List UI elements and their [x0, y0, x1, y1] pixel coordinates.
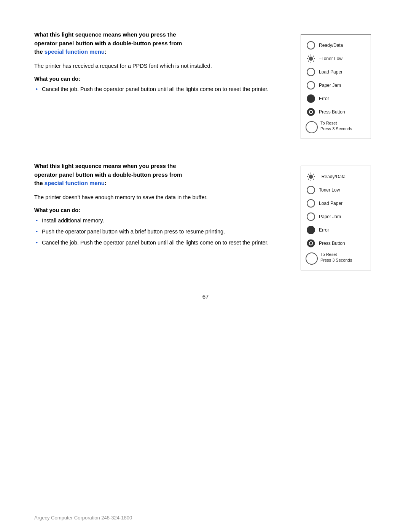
circle-empty-icon	[307, 41, 315, 50]
circle-empty-icon-load	[307, 199, 315, 208]
heading-line3-prefix: the	[34, 48, 45, 55]
reset-circle-icon-2	[306, 252, 318, 265]
large-circle-icon	[306, 121, 318, 133]
error-label-1: Error	[319, 96, 329, 101]
section-2-description: The printer doesn't have enough memory t…	[34, 193, 289, 202]
footer: Argecy Computer Corporation 248-324-1800	[34, 515, 132, 521]
svg-line-6	[313, 61, 314, 62]
section-2-bullets: Install additional memory. Push the oper…	[34, 216, 289, 248]
svg-line-20	[308, 179, 309, 180]
diagram-col-1: Ready/Data	[301, 30, 377, 139]
reset-line1: To Reset	[320, 121, 337, 125]
heading-line2: operator panel button with a double-butt…	[34, 40, 182, 46]
toner-low-icon-1	[306, 53, 316, 64]
press-button-icon-1	[306, 107, 316, 117]
load-paper-label-1: Load Paper	[319, 69, 342, 75]
svg-line-17	[308, 174, 309, 175]
ready-data-blink-icon-2	[306, 171, 316, 182]
indicator-paper-jam-2: Paper Jam	[306, 211, 366, 222]
paper-jam-icon-2	[306, 211, 316, 222]
filled-ring-icon-1	[306, 107, 315, 117]
circle-filled-icon	[307, 94, 315, 103]
reset-row-1: To Reset Press 3 Seconds	[306, 120, 366, 133]
diagram-box-2: –Ready/Data Toner Low Load Paper	[301, 166, 371, 270]
indicator-error-2: Error	[306, 225, 366, 235]
heading2-line3-suffix: :	[105, 180, 107, 186]
bullet-item-2-1: Push the operator panel button with a br…	[34, 227, 289, 236]
section-1-bullets: Cancel the job. Push the operator panel …	[34, 85, 289, 94]
circle-empty-icon-jam	[307, 212, 315, 221]
indicator-ready-data-1: Ready/Data	[306, 40, 366, 51]
ready-data-icon-1	[306, 40, 316, 51]
sun-blink-icon	[306, 54, 316, 64]
svg-line-19	[313, 174, 314, 175]
ready-data-label-1: Ready/Data	[319, 43, 343, 48]
heading-link-2[interactable]: special function menu	[45, 180, 105, 186]
page-content: What this light sequence means when you …	[0, 0, 411, 330]
load-paper-label-2: Load Paper	[319, 201, 342, 206]
svg-point-0	[309, 57, 313, 61]
circle-filled-icon-2	[307, 226, 315, 234]
indicator-press-button-2: Press Button	[306, 238, 366, 249]
svg-line-7	[313, 56, 314, 57]
svg-line-8	[308, 61, 309, 62]
error-icon-1	[306, 93, 316, 104]
indicator-load-paper-1: Load Paper	[306, 67, 366, 77]
heading2-line2: operator panel button with a double-butt…	[34, 171, 182, 178]
paper-jam-label-1: Paper Jam	[319, 83, 341, 88]
reset-line2-2: Press 3 Seconds	[320, 258, 352, 262]
large-circle-icon-2	[306, 252, 318, 265]
reset-line2: Press 3 Seconds	[320, 126, 352, 131]
reset-circle-icon-1	[306, 121, 318, 133]
svg-point-12	[309, 175, 313, 179]
paper-jam-label-2: Paper Jam	[319, 214, 341, 219]
circle-empty-icon-3	[307, 81, 315, 89]
reset-line1-2: To Reset	[320, 252, 337, 257]
toner-low-icon-2	[306, 185, 316, 195]
indicator-paper-jam-1: Paper Jam	[306, 80, 366, 91]
indicator-toner-low-2: Toner Low	[306, 185, 366, 195]
section-1: What this light sequence means when you …	[34, 30, 377, 139]
heading2-line3-prefix: the	[34, 180, 45, 186]
heading2-line1: What this light sequence means when you …	[34, 163, 176, 169]
section-2-what-you-can-do: What you can do:	[34, 207, 289, 213]
error-icon-2	[306, 225, 316, 235]
paper-jam-icon-1	[306, 80, 316, 91]
svg-point-11	[310, 111, 312, 113]
section-1-heading: What this light sequence means when you …	[34, 30, 289, 56]
load-paper-icon-2	[306, 198, 316, 209]
indicator-press-button-1: Press Button	[306, 107, 366, 117]
svg-point-23	[310, 242, 312, 244]
press-button-label-2: Press Button	[319, 241, 345, 246]
section-2: What this light sequence means when you …	[34, 162, 377, 270]
heading-line1: What this light sequence means when you …	[34, 31, 176, 38]
toner-low-label-1: –Toner Low	[319, 56, 342, 61]
bullet-item: Cancel the job. Push the operator panel …	[34, 85, 289, 94]
reset-row-2: To Reset Press 3 Seconds	[306, 252, 366, 265]
section-1-what-you-can-do: What you can do:	[34, 76, 289, 82]
section-2-heading: What this light sequence means when you …	[34, 162, 289, 188]
reset-label-1: To Reset Press 3 Seconds	[320, 120, 352, 132]
bullet-item-2-2: Cancel the job. Push the operator panel …	[34, 238, 289, 247]
reset-label-2: To Reset Press 3 Seconds	[320, 252, 352, 264]
heading-line3-suffix: :	[105, 48, 107, 55]
sun-blink-icon-2	[306, 172, 316, 182]
heading-link-1[interactable]: special function menu	[45, 48, 105, 55]
bullet-item-2-0: Install additional memory.	[34, 216, 289, 225]
diagram-box-1: Ready/Data	[301, 34, 371, 139]
ready-data-label-2: –Ready/Data	[319, 174, 346, 179]
load-paper-icon-1	[306, 67, 316, 77]
circle-empty-icon-toner	[307, 186, 315, 194]
text-column-2: What this light sequence means when you …	[34, 162, 289, 270]
diagram-col-2: –Ready/Data Toner Low Load Paper	[301, 162, 377, 270]
text-column-1: What this light sequence means when you …	[34, 30, 289, 139]
indicator-ready-data-2: –Ready/Data	[306, 171, 366, 182]
indicator-load-paper-2: Load Paper	[306, 198, 366, 209]
svg-line-5	[308, 56, 309, 57]
indicator-error-1: Error	[306, 93, 366, 104]
press-button-icon-2	[306, 238, 316, 249]
svg-line-18	[313, 179, 314, 180]
press-button-label-1: Press Button	[319, 109, 345, 115]
page-number: 67	[34, 293, 377, 300]
indicator-toner-low-1: –Toner Low	[306, 53, 366, 64]
